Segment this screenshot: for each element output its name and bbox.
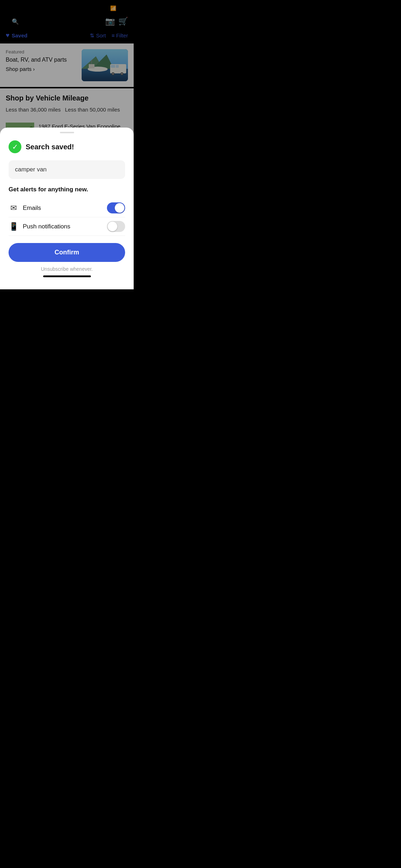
modal-sheet: ✓ Search saved! camper van Get alerts fo… [0,128,134,289]
email-toggle-row: ✉ Emails [9,199,125,217]
push-toggle-knob [108,222,117,231]
unsubscribe-text: Unsubscribe whenever. [9,266,125,272]
modal-overlay: ✓ Search saved! camper van Get alerts fo… [0,0,134,289]
saved-header: ✓ Search saved! [9,140,125,153]
push-toggle[interactable] [107,221,125,232]
sheet-handle [60,132,74,133]
email-toggle[interactable] [107,202,125,213]
home-indicator [43,275,91,277]
success-icon: ✓ [9,140,21,153]
push-toggle-row: 📱 Push notifications [9,217,125,236]
email-icon: ✉ [9,203,19,213]
search-term-text: camper van [15,166,47,173]
alerts-title: Get alerts for anything new. [9,186,125,193]
email-label: Emails [23,205,103,212]
email-toggle-knob [115,203,124,213]
phone-icon: 📱 [9,222,19,231]
search-term-box: camper van [9,160,125,179]
confirm-button[interactable]: Confirm [9,243,125,262]
saved-title: Search saved! [26,143,74,151]
push-label: Push notifications [23,223,103,230]
